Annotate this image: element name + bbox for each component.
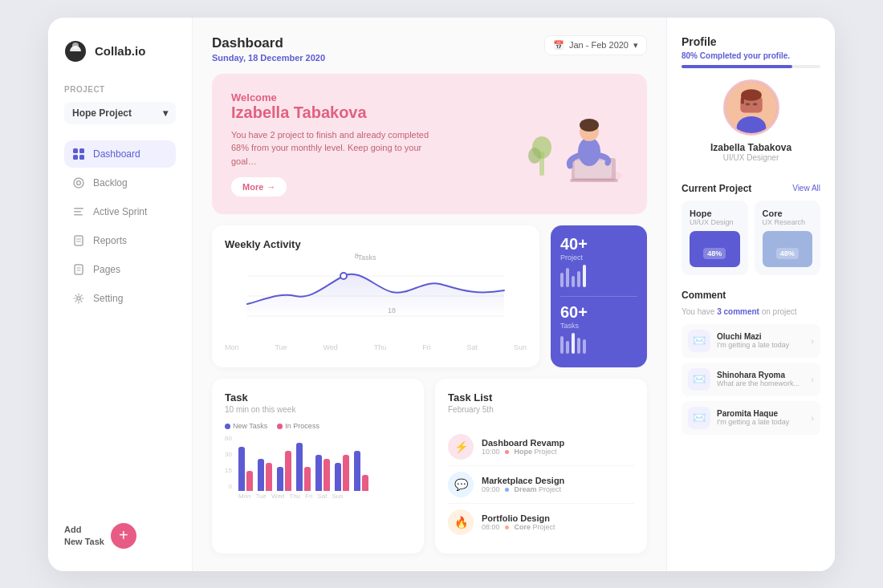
sidebar-item-backlog[interactable]: Backlog (64, 169, 176, 197)
weekly-chart: 8 Tasks (225, 252, 527, 340)
calendar-icon: 📅 (553, 40, 564, 51)
bar-group-sun (354, 451, 368, 491)
bar-group-sat (335, 455, 349, 491)
svg-rect-2 (73, 148, 78, 153)
bar-day-labels: MonTueWedThuFriSatSun (238, 493, 411, 500)
current-project-section: Current Project View All Hope UI/UX Desi… (682, 183, 820, 275)
comment-item-0[interactable]: ✉️ Oluchi Mazi I'm getting a late today … (682, 324, 820, 358)
stats-card: 40+ Project 60+ Tasks (551, 225, 647, 367)
chevron-right-icon: › (811, 375, 814, 384)
sidebar-item-reports[interactable]: Reports (64, 227, 176, 254)
chevron-down-icon: ▾ (633, 40, 638, 51)
projects-bar (560, 265, 637, 287)
header-left: Dashboard Sunday, 18 December 2020 (212, 35, 325, 63)
bottom-row: Weekly Activity 8 Tasks (212, 225, 647, 367)
task-list-card: Task List February 5th ⚡ Dashboard Revam… (435, 379, 647, 554)
add-task-button[interactable]: Add New Task + (64, 523, 176, 549)
line-chart-svg: 18 (225, 252, 527, 324)
task-icon-portfolio: 🔥 (448, 509, 474, 535)
more-button[interactable]: More → (231, 177, 287, 197)
logo-text: Collab.io (95, 44, 145, 58)
backlog-icon (72, 176, 85, 189)
arrow-right-icon: → (267, 182, 275, 192)
svg-point-27 (528, 148, 541, 164)
comment-mail-icon-2: ✉️ (688, 407, 710, 429)
svg-rect-11 (75, 236, 83, 245)
chevron-right-icon: › (811, 413, 814, 423)
bar-group-wed (277, 451, 291, 491)
project-card-hope[interactable]: Hope UI/UX Design 48% (682, 201, 748, 275)
project-card-core[interactable]: Core UX Research 48% (755, 201, 821, 275)
main-header: Dashboard Sunday, 18 December 2020 📅 Jan… (212, 35, 647, 63)
comment-item-2[interactable]: ✉️ Paromita Haque I'm getting a late tod… (682, 401, 820, 435)
sidebar-item-pages[interactable]: Pages (64, 256, 176, 283)
active-sprint-icon (72, 205, 85, 218)
add-task-circle[interactable]: + (111, 523, 136, 549)
comment-mail-icon-1: ✉️ (688, 368, 710, 391)
bar-group-mon (238, 447, 253, 491)
avatar (723, 79, 779, 136)
svg-point-24 (580, 119, 599, 132)
sidebar: Collab.io Project Hope Project ▾ Dashboa… (48, 18, 193, 571)
svg-point-17 (77, 297, 80, 300)
comment-list: ✉️ Oluchi Mazi I'm getting a late today … (682, 324, 820, 435)
task-icon-marketplace: 💬 (448, 472, 474, 497)
page-title: Dashboard (212, 35, 325, 51)
pages-icon (72, 263, 85, 276)
tasks-bar (560, 333, 637, 354)
profile-section: Profile 80% Completed your profile. (682, 35, 820, 168)
svg-rect-4 (73, 155, 78, 160)
sidebar-item-label: Reports (93, 235, 127, 246)
svg-rect-9 (74, 211, 81, 213)
profile-progress-fill (682, 65, 792, 68)
weekly-activity-card: Weekly Activity 8 Tasks (212, 225, 539, 367)
welcome-text: Welcome Izabella Tabakova You have 2 pro… (231, 91, 440, 197)
svg-rect-39 (752, 103, 756, 105)
comment-section: Comment You have 3 comment on project ✉️… (682, 290, 820, 440)
sidebar-nav: Dashboard Backlog (64, 140, 176, 314)
task-row: Task 10 min on this week New Tasks In Pr… (212, 379, 647, 554)
bar-chart: 6030150 (225, 435, 411, 500)
day-labels: MonTueWedThuFriSatSun (225, 343, 527, 351)
svg-rect-5 (79, 155, 84, 160)
comment-item-1[interactable]: ✉️ Shinohara Ryoma What are the homework… (682, 363, 820, 396)
sidebar-item-label: Setting (93, 293, 123, 304)
chevron-down-icon: ▾ (163, 107, 168, 119)
view-all-button[interactable]: View All (792, 184, 820, 193)
svg-rect-20 (570, 179, 618, 182)
bars (238, 435, 411, 491)
sidebar-item-label: Active Sprint (93, 206, 147, 217)
welcome-banner: Welcome Izabella Tabakova You have 2 pro… (212, 74, 647, 215)
task-icon-dashboard: ⚡ (448, 434, 474, 460)
reports-icon (72, 234, 85, 247)
bar-group-fri (315, 455, 330, 491)
svg-point-36 (741, 89, 762, 101)
sidebar-item-label: Pages (93, 264, 120, 275)
date-filter[interactable]: 📅 Jan - Feb 2020 ▾ (544, 35, 647, 55)
main-content: Dashboard Sunday, 18 December 2020 📅 Jan… (193, 18, 666, 571)
sidebar-item-dashboard[interactable]: Dashboard (64, 140, 176, 168)
project-dropdown[interactable]: Hope Project ▾ (64, 102, 176, 124)
app-container: Collab.io Project Hope Project ▾ Dashboa… (48, 18, 835, 571)
task-card: Task 10 min on this week New Tasks In Pr… (212, 379, 424, 554)
logo: Collab.io (64, 40, 176, 63)
profile-progress-text: 80% Completed your profile. (682, 51, 820, 60)
page-date: Sunday, 18 December 2020 (212, 53, 325, 63)
sidebar-item-active-sprint[interactable]: Active Sprint (64, 198, 176, 225)
svg-text:18: 18 (388, 306, 396, 314)
sidebar-item-setting[interactable]: Setting (64, 285, 176, 312)
task-list-items: ⚡ Dashboard Revamp 10:00 Hope Project 💬 (448, 428, 634, 541)
comment-mail-icon-0: ✉️ (688, 330, 710, 352)
tasks-stat: 60+ Tasks (560, 296, 637, 358)
sidebar-item-label: Backlog (93, 177, 128, 189)
svg-rect-38 (745, 103, 749, 105)
chevron-right-icon: › (811, 336, 814, 346)
svg-rect-37 (741, 95, 744, 103)
project-cards: Hope UI/UX Design 48% Core UX Research 4… (682, 201, 820, 275)
dashboard-icon (72, 148, 85, 160)
svg-rect-3 (79, 148, 84, 153)
svg-rect-8 (74, 208, 83, 209)
banner-illustration (523, 103, 628, 184)
setting-icon (72, 292, 85, 305)
svg-point-1 (72, 43, 79, 49)
